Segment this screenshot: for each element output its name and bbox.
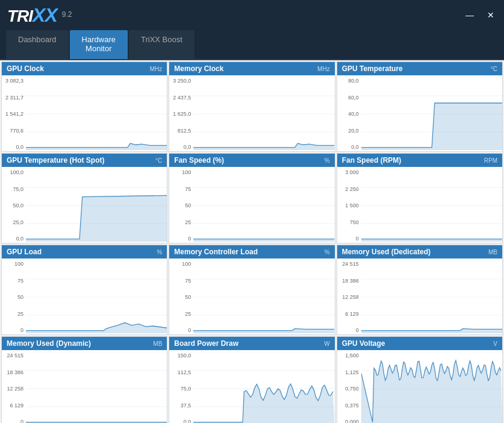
chart-unit-gpu-clock: MHz [150,66,163,72]
tab-dashboard[interactable]: Dashboard [6,30,69,59]
chart-area-memory-controller-load [193,261,334,333]
chart-gpu-temp-hotspot: GPU Temperature (Hot Spot)°C100,075,050,… [1,153,167,243]
chart-area-memory-used-dynamic [26,352,167,423]
chart-header-memory-used-dynamic: Memory Used (Dynamic)MB [2,337,167,350]
y-label: 50 [4,294,23,300]
chart-area-gpu-load [26,261,167,333]
chart-body-memory-used-dedicated: 24 51518 38612 2586 1290 [337,258,502,334]
y-label: 0 [340,327,359,333]
y-label: 12 258 [340,294,359,300]
tab-trixx-boost[interactable]: TriXX Boost [129,30,194,59]
y-label: 6 129 [4,403,23,409]
chart-memory-controller-load: Memory Controller Load%1007550250 [169,245,335,335]
chart-unit-fan-speed-pct: % [325,157,330,164]
chart-area-gpu-clock [26,78,167,150]
y-axis-gpu-temp-hotspot: 100,075,050,025,00,0 [2,169,26,242]
chart-title-gpu-temperature: GPU Temperature [342,64,403,73]
chart-header-gpu-voltage: GPU VoltageV [337,337,502,350]
tab-hardware-monitor[interactable]: HardwareMonitor [70,30,128,59]
chart-title-gpu-clock: GPU Clock [7,64,44,73]
chart-area-memory-clock [193,78,334,150]
chart-memory-used-dedicated: Memory Used (Dedicated)MB24 51518 38612 … [337,245,503,335]
chart-header-gpu-load: GPU Load% [2,245,167,258]
y-label: 812,5 [172,128,191,134]
y-label: 1 500 [340,202,359,208]
y-axis-fan-speed-rpm: 3 0002 2501 5007500 [337,169,361,242]
y-label: 1 541,2 [4,111,23,117]
y-label: 60,0 [340,95,359,101]
y-label: 100 [172,261,191,267]
close-button[interactable]: ✕ [484,10,498,20]
chart-header-memory-clock: Memory ClockMHz [169,62,334,75]
chart-body-gpu-load: 1007550250 [2,258,167,334]
y-axis-memory-used-dedicated: 24 51518 38612 2586 1290 [337,261,361,333]
app-logo: TRIXX 9.2 [7,4,72,27]
y-label: 24 515 [340,261,359,267]
y-label: 3 082,3 [4,78,23,84]
chart-memory-clock: Memory ClockMHz3 250,02 437,51 625,0812,… [169,61,335,152]
chart-area-board-power-draw [193,352,334,423]
y-axis-gpu-temperature: 80,060,040,020,00,0 [337,78,361,150]
y-label: 0 [4,327,23,333]
chart-gpu-load: GPU Load%1007550250 [1,245,167,335]
chart-area-memory-used-dedicated [361,261,502,333]
y-axis-memory-used-dynamic: 24 51518 38612 2586 1290 [2,352,26,423]
chart-body-gpu-temp-hotspot: 100,075,050,025,00,0 [2,167,167,243]
y-label: 18 386 [340,278,359,284]
y-label: 1,125 [340,369,359,375]
y-label: 2 311,7 [4,95,23,101]
chart-unit-gpu-voltage: V [493,340,497,347]
chart-body-fan-speed-rpm: 3 0002 2501 5007500 [337,167,502,243]
y-label: 75 [172,186,191,192]
y-label: 2 250 [340,186,359,192]
y-label: 0,0 [4,144,23,150]
chart-header-gpu-temperature: GPU Temperature°C [337,62,502,75]
y-label: 0 [172,236,191,242]
y-label: 25 [172,311,191,317]
chart-title-fan-speed-pct: Fan Speed (%) [174,156,224,164]
chart-memory-used-dynamic: Memory Used (Dynamic)MB24 51518 38612 25… [1,336,167,423]
y-label: 24 515 [4,352,23,359]
chart-body-gpu-voltage: 1,5001,1250,7500,3750,000 [337,350,502,423]
chart-body-memory-used-dynamic: 24 51518 38612 2586 1290 [2,350,167,423]
y-label: 0 [4,419,23,423]
y-label: 0 [172,327,191,333]
y-label: 0,0 [4,236,23,242]
chart-body-gpu-temperature: 80,060,040,020,00,0 [337,75,502,151]
chart-title-board-power-draw: Board Power Draw [174,339,238,348]
chart-area-fan-speed-rpm [361,169,502,242]
y-label: 12 258 [4,386,23,392]
window-controls: — ✕ [462,10,498,20]
y-label: 770,6 [4,128,23,134]
y-label: 3 250,0 [172,78,191,84]
y-axis-gpu-load: 1007550250 [2,261,26,333]
y-label: 0,375 [340,403,359,409]
y-label: 1 625,0 [172,111,191,117]
chart-unit-gpu-temp-hotspot: °C [155,157,162,164]
y-label: 20,0 [340,128,359,134]
chart-board-power-draw: Board Power DrawW150,0112,575,037,50,0 [169,336,335,423]
chart-title-memory-used-dynamic: Memory Used (Dynamic) [7,339,91,348]
chart-title-fan-speed-rpm: Fan Speed (RPM) [342,156,402,164]
chart-header-gpu-temp-hotspot: GPU Temperature (Hot Spot)°C [2,154,167,167]
chart-body-memory-controller-load: 1007550250 [169,258,334,334]
y-label: 150,0 [172,352,191,359]
y-label: 100,0 [4,169,23,175]
chart-area-fan-speed-pct [193,169,334,242]
chart-header-memory-used-dedicated: Memory Used (Dedicated)MB [337,245,502,258]
y-label: 6 129 [340,311,359,317]
y-label: 0,0 [172,144,191,150]
logo-text: TRIXX [7,4,57,27]
minimize-button[interactable]: — [462,10,478,20]
y-label: 0,750 [340,386,359,392]
chart-unit-memory-controller-load: % [325,249,330,255]
y-label: 1,500 [340,352,359,359]
chart-unit-memory-clock: MHz [317,66,330,72]
y-label: 75 [4,278,23,284]
y-axis-memory-controller-load: 1007550250 [169,261,193,333]
chart-area-gpu-temperature [361,78,502,150]
chart-header-fan-speed-rpm: Fan Speed (RPM)RPM [337,154,502,167]
y-axis-gpu-voltage: 1,5001,1250,7500,3750,000 [337,352,361,423]
chart-unit-board-power-draw: W [324,340,329,347]
chart-body-board-power-draw: 150,0112,575,037,50,0 [169,350,334,423]
